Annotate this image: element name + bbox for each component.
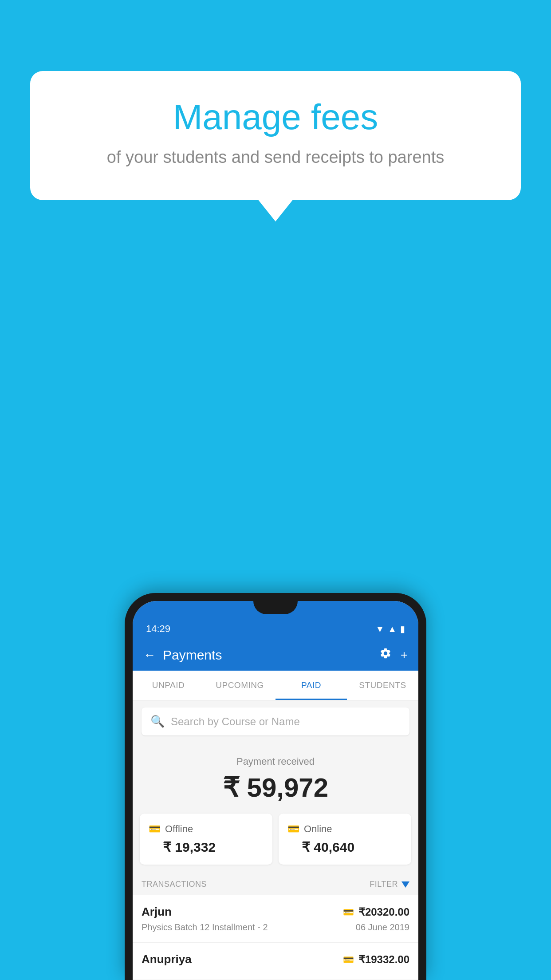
status-bar: 14:29 ▼ ▲ ▮ bbox=[133, 617, 418, 639]
payment-received-section: Payment received ₹ 59,972 bbox=[133, 743, 418, 814]
filter-label: FILTER bbox=[370, 880, 398, 889]
search-container: 🔍 Search by Course or Name bbox=[133, 700, 418, 743]
add-button[interactable]: + bbox=[401, 648, 408, 662]
online-card-header: 💳 Online bbox=[287, 823, 402, 835]
card-payment-icon: 💳 bbox=[343, 907, 354, 917]
transaction-row-2[interactable]: Anupriya 💳 ₹19332.00 bbox=[133, 943, 418, 980]
transaction-top: Arjun 💳 ₹20320.00 bbox=[142, 905, 409, 919]
payment-received-label: Payment received bbox=[142, 756, 409, 767]
transaction-row[interactable]: Arjun 💳 ₹20320.00 Physics Batch 12 Insta… bbox=[133, 895, 418, 943]
tabs-container: UNPAID UPCOMING PAID STUDENTS bbox=[133, 671, 418, 700]
transaction-amount-row-2: 💳 ₹19332.00 bbox=[343, 953, 409, 966]
online-icon: 💳 bbox=[287, 823, 299, 835]
online-card-amount: ₹ 40,640 bbox=[287, 839, 402, 855]
signal-icon: ▲ bbox=[388, 624, 397, 634]
tab-paid[interactable]: PAID bbox=[276, 671, 347, 700]
payment-received-amount: ₹ 59,972 bbox=[142, 772, 409, 803]
transaction-name: Arjun bbox=[142, 905, 172, 919]
status-icons: ▼ ▲ ▮ bbox=[375, 624, 405, 634]
transaction-name-2: Anupriya bbox=[142, 952, 192, 966]
filter-icon bbox=[401, 881, 409, 888]
offline-card-label: Offline bbox=[165, 823, 193, 835]
tab-upcoming[interactable]: UPCOMING bbox=[204, 671, 276, 700]
search-bar[interactable]: 🔍 Search by Course or Name bbox=[142, 707, 409, 735]
wifi-icon: ▼ bbox=[375, 624, 384, 634]
transactions-label: TRANSACTIONS bbox=[142, 880, 207, 889]
battery-icon: ▮ bbox=[400, 624, 405, 634]
speech-bubble-container: Manage fees of your students and send re… bbox=[30, 71, 521, 200]
transaction-amount: ₹20320.00 bbox=[358, 906, 409, 918]
offline-icon: 💳 bbox=[149, 823, 161, 835]
bubble-title: Manage fees bbox=[66, 98, 485, 137]
search-input[interactable]: Search by Course or Name bbox=[171, 715, 300, 728]
phone-inner: 14:29 ▼ ▲ ▮ ← Payments + bbox=[133, 601, 418, 980]
app-bar-actions: + bbox=[379, 647, 408, 663]
online-card-label: Online bbox=[304, 823, 332, 835]
tab-unpaid[interactable]: UNPAID bbox=[133, 671, 204, 700]
cards-row: 💳 Offline ₹ 19,332 💳 Online ₹ 40,640 bbox=[133, 814, 418, 873]
phone-frame: 14:29 ▼ ▲ ▮ ← Payments + bbox=[125, 593, 426, 980]
app-bar-left: ← Payments bbox=[143, 648, 222, 663]
offline-card-header: 💳 Offline bbox=[149, 823, 264, 835]
notch bbox=[133, 601, 418, 617]
settings-button[interactable] bbox=[379, 647, 392, 663]
transaction-date: 06 June 2019 bbox=[356, 922, 409, 933]
transaction-course: Physics Batch 12 Installment - 2 bbox=[142, 922, 268, 933]
transaction-amount-2: ₹19332.00 bbox=[358, 953, 409, 966]
offline-card-amount: ₹ 19,332 bbox=[149, 839, 264, 855]
transaction-top-2: Anupriya 💳 ₹19332.00 bbox=[142, 952, 409, 966]
transactions-header: TRANSACTIONS FILTER bbox=[133, 873, 418, 895]
app-bar-title: Payments bbox=[163, 648, 222, 663]
app-bar: ← Payments + bbox=[133, 639, 418, 671]
offline-payment-icon: 💳 bbox=[343, 954, 354, 965]
status-time: 14:29 bbox=[146, 623, 170, 635]
transaction-amount-row: 💳 ₹20320.00 bbox=[343, 906, 409, 918]
filter-button[interactable]: FILTER bbox=[370, 880, 409, 889]
offline-card: 💳 Offline ₹ 19,332 bbox=[140, 814, 272, 865]
back-button[interactable]: ← bbox=[143, 648, 156, 662]
search-icon: 🔍 bbox=[150, 715, 165, 728]
tab-students[interactable]: STUDENTS bbox=[347, 671, 418, 700]
notch-cutout bbox=[253, 601, 298, 614]
online-card: 💳 Online ₹ 40,640 bbox=[279, 814, 411, 865]
speech-bubble: Manage fees of your students and send re… bbox=[30, 71, 521, 200]
transaction-bottom: Physics Batch 12 Installment - 2 06 June… bbox=[142, 922, 409, 933]
bubble-subtitle: of your students and send receipts to pa… bbox=[66, 146, 485, 169]
